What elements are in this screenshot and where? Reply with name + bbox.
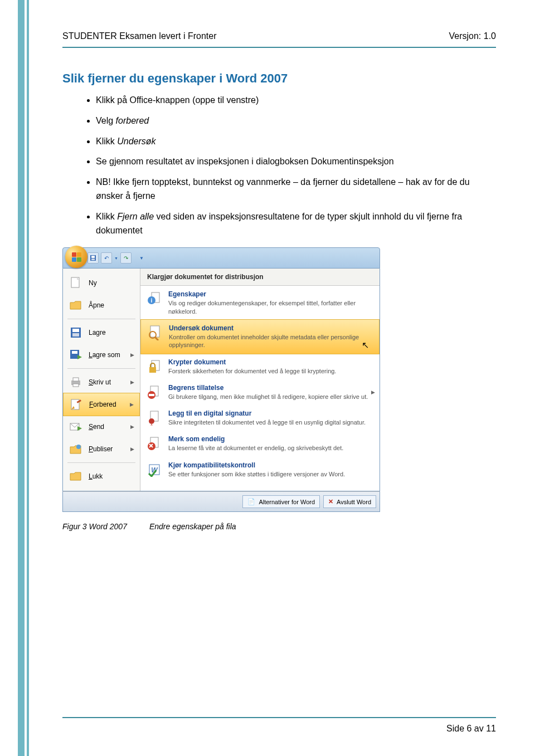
menu-label: Lagre som (89, 351, 120, 359)
page-number: Side 6 av 11 (62, 724, 496, 734)
svg-rect-30 (149, 367, 156, 373)
svg-rect-2 (91, 258, 95, 260)
instruction-text: Klikk (96, 212, 117, 221)
inspect-icon (147, 324, 163, 341)
svg-text:i: i (151, 297, 153, 304)
header-title: STUDENTER Eksamen levert i Fronter (62, 31, 217, 41)
mark-final-icon (146, 435, 163, 452)
submenu-item-compat[interactable]: W Kjør kompatibilitetskontroll Se etter … (140, 457, 380, 482)
chevron-right-icon: ▶ (130, 402, 134, 407)
svg-rect-1 (91, 256, 95, 258)
svg-marker-22 (70, 472, 81, 480)
svg-rect-14 (73, 384, 79, 387)
office-menu-left-panel: Ny Åpne Lagre Lagre som ▶ (63, 269, 140, 491)
submenu-desc: Kontroller om dokumentet inneholder skju… (169, 333, 373, 349)
menu-label: Forbered (89, 401, 116, 408)
svg-marker-19 (77, 426, 82, 431)
undo-icon[interactable]: ↶ (101, 252, 112, 264)
menu-item-close[interactable]: Lukk (63, 465, 140, 487)
instruction-item: Se gjennom resultatet av inspeksjonen i … (96, 155, 496, 169)
close-icon: ✕ (328, 498, 333, 505)
submenu-title: Merk som endelig (168, 435, 374, 443)
submenu-title: Egenskaper (168, 290, 374, 298)
instruction-item: Klikk Undersøk (96, 135, 496, 149)
office-menu-footer: 📄 Alternativer for Word ✕ Avslutt Word (62, 491, 380, 512)
svg-line-28 (155, 337, 158, 340)
instruction-keyword: Undersøk (117, 136, 155, 146)
submenu-desc: La leserne få vite at dokumentet er ende… (168, 444, 374, 452)
submenu-title: Begrens tillatelse (168, 384, 374, 392)
submenu-desc: Gi brukere tilgang, men ikke mulighet ti… (168, 393, 374, 401)
svg-rect-10 (72, 351, 77, 354)
menu-item-new[interactable]: Ny (63, 272, 140, 294)
svg-point-21 (76, 445, 81, 449)
svg-marker-11 (77, 355, 82, 359)
submenu-desc: Sikre integriteten til dokumentet ved å … (168, 418, 374, 426)
submenu-desc: Se etter funksjoner som ikke støttes i t… (168, 470, 374, 478)
menu-item-send[interactable]: Send ▶ (63, 416, 140, 438)
close-folder-icon (69, 470, 83, 483)
submenu-item-final[interactable]: Merk som endelig La leserne få vite at d… (140, 431, 380, 456)
menu-label: Åpne (89, 301, 104, 309)
figure-caption: Figur 3 Word 2007 Endre egenskaper på fi… (62, 522, 496, 531)
page-header: STUDENTER Eksamen levert i Fronter Versj… (62, 28, 496, 47)
menu-item-publish[interactable]: Publiser ▶ (63, 438, 140, 460)
submenu-item-signature[interactable]: Legg til en digital signatur Sikre integ… (140, 405, 380, 431)
submenu-desc: Vis og rediger dokumentegenskaper, for e… (168, 299, 374, 315)
chevron-right-icon: ▶ (130, 424, 134, 430)
section-heading: Slik fjerner du egenskaper i Word 2007 (62, 71, 496, 86)
submenu-item-encrypt[interactable]: Krypter dokument Forsterk sikkerheten fo… (140, 354, 380, 379)
menu-item-save[interactable]: Lagre (63, 321, 140, 344)
menu-label: Skriv ut (89, 378, 111, 386)
menu-item-prepare[interactable]: Forbered ▶ (63, 393, 140, 416)
prepare-icon (69, 398, 84, 411)
menu-label: Lagre (89, 329, 106, 336)
chevron-right-icon: ▶ (130, 446, 134, 452)
cursor-icon: ↖ (362, 340, 369, 350)
caption-figure: Figur 3 Word 2007 (62, 522, 127, 531)
chevron-right-icon: ▶ (130, 352, 134, 358)
footer-rule (62, 717, 496, 718)
svg-rect-8 (72, 333, 79, 336)
instruction-text: Klikk (96, 136, 117, 146)
office-menu-screenshot: ↶ ▼ ↷ ▼ Ny Åpne (62, 247, 380, 512)
menu-item-print[interactable]: Skriv ut ▶ (63, 371, 140, 393)
chevron-right-icon: ▶ (130, 379, 134, 385)
menu-label: Send (89, 423, 104, 431)
instruction-item: Velg forbered (96, 114, 496, 128)
save-icon[interactable] (87, 252, 99, 264)
exit-word-button[interactable]: ✕ Avslutt Word (323, 495, 376, 508)
svg-marker-5 (70, 301, 81, 309)
svg-rect-33 (149, 394, 154, 396)
menu-item-save-as[interactable]: Lagre som ▶ (63, 344, 140, 366)
folder-open-icon (69, 299, 83, 312)
new-file-icon (69, 276, 83, 290)
instruction-item: Klikk Fjern alle ved siden av inspeksjon… (96, 210, 496, 238)
instruction-list: Klikk på Office-knappen (oppe til venstr… (62, 94, 496, 237)
quick-access-toolbar: ↶ ▼ ↷ ▼ (62, 247, 380, 269)
button-label: Alternativer for Word (259, 499, 315, 505)
svg-rect-13 (73, 378, 79, 381)
header-version: Versjon: 1.0 (449, 31, 497, 41)
submenu-title: Krypter dokument (168, 358, 374, 366)
submenu-item-properties[interactable]: i Egenskaper Vis og rediger dokumentegen… (140, 286, 380, 320)
instruction-item: NB! Ikke fjern topptekst, bunntekst og v… (96, 175, 496, 203)
button-label: Avslutt Word (337, 499, 371, 505)
printer-icon (69, 375, 83, 389)
page-accent-bars (18, 0, 33, 756)
publish-icon (69, 442, 83, 456)
svg-rect-7 (72, 329, 79, 332)
office-button[interactable] (65, 246, 87, 268)
redo-icon[interactable]: ↷ (120, 252, 132, 264)
instruction-text: Velg (96, 116, 116, 125)
office-menu-right-panel: Klargjør dokumentet for distribusjon i E… (140, 269, 380, 491)
instruction-keyword: forbered (116, 116, 149, 125)
properties-icon: i (146, 290, 163, 307)
submenu-item-inspect[interactable]: Undersøk dokument Kontroller om dokument… (140, 319, 380, 354)
submenu-item-restrict[interactable]: Begrens tillatelse Gi brukere tilgang, m… (140, 379, 380, 405)
chevron-right-icon: ▶ (371, 389, 375, 395)
options-icon: 📄 (247, 498, 255, 505)
save-disk-icon (69, 326, 83, 339)
word-options-button[interactable]: 📄 Alternativer for Word (242, 495, 320, 508)
menu-item-open[interactable]: Åpne (63, 294, 140, 316)
